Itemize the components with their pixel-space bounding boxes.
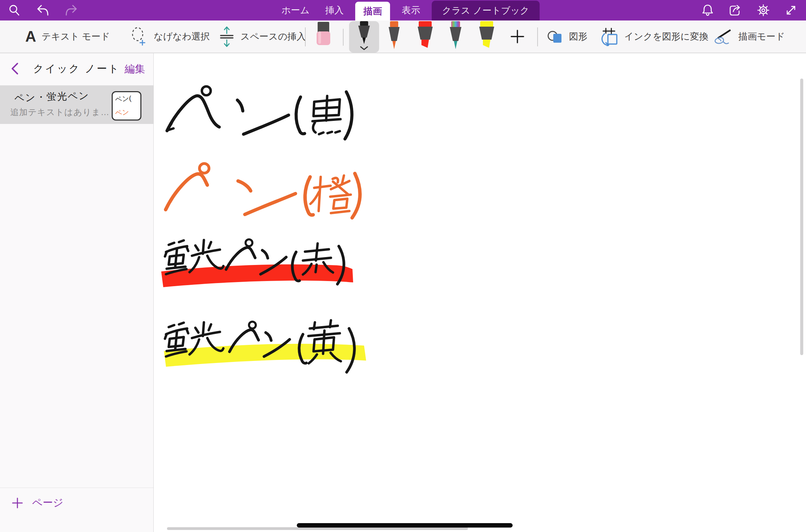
toolbar-divider — [305, 27, 306, 46]
ink-line-highlighter-red — [159, 236, 371, 294]
add-page-label: ページ — [32, 496, 63, 510]
shapes-label: 図形 — [569, 30, 587, 43]
rainbow-pen-icon — [447, 21, 464, 51]
tab-insert[interactable]: 挿入 — [321, 0, 348, 20]
red-highlight-band — [161, 264, 353, 287]
page-thumbnail: ペン( ペン — [112, 91, 141, 121]
page-title: ペン・蛍光ペン — [14, 89, 89, 105]
shapes-icon — [547, 28, 564, 45]
ink-strokes — [166, 164, 360, 218]
red-highlighter-tool[interactable] — [416, 21, 434, 53]
undo-button[interactable] — [36, 4, 49, 16]
lasso-select-icon — [131, 27, 148, 46]
insert-space-button[interactable]: スペースの挿入 — [219, 20, 306, 53]
rainbow-pen-tool[interactable] — [447, 21, 464, 53]
note-canvas[interactable] — [154, 53, 806, 532]
settings-button[interactable] — [757, 4, 770, 17]
lasso-select-button[interactable]: なげなわ選択 — [131, 20, 210, 53]
lasso-select-label: なげなわ選択 — [154, 30, 210, 43]
bell-icon — [701, 4, 714, 17]
black-pen-icon — [355, 21, 373, 45]
text-mode-label: テキスト モード — [42, 30, 110, 43]
ink-to-shape-button[interactable]: インクを図形に変換 — [600, 20, 708, 53]
share-button[interactable] — [729, 4, 742, 16]
horizontal-scrollbar[interactable] — [167, 527, 468, 530]
gear-icon — [757, 4, 770, 17]
fullscreen-button[interactable] — [785, 4, 797, 16]
search-icon — [8, 4, 20, 16]
draw-mode-icon — [712, 28, 733, 45]
tab-draw[interactable]: 描画 — [355, 2, 390, 20]
toolbar-divider — [343, 29, 344, 46]
notifications-button[interactable] — [701, 4, 714, 17]
plus-icon — [12, 497, 23, 509]
draw-mode-button[interactable]: 描画モード — [712, 20, 785, 53]
share-icon — [729, 4, 742, 16]
ink-line-highlighter-yellow — [159, 316, 378, 378]
expand-icon — [785, 4, 797, 16]
vertical-scrollbar[interactable] — [800, 79, 803, 355]
toolbar-divider — [537, 27, 538, 46]
edit-button[interactable]: 編集 — [125, 62, 145, 76]
text-mode-button[interactable]: A テキスト モード — [25, 20, 110, 53]
top-app-bar: ホーム 挿入 描画 表示 クラス ノートブック — [0, 0, 806, 20]
orange-pen-icon — [386, 21, 402, 51]
add-page-button[interactable]: ページ — [12, 496, 63, 510]
black-pen-tool-selected[interactable] — [349, 21, 379, 53]
insert-space-label: スペースの挿入 — [240, 30, 306, 43]
eraser-tool[interactable] — [315, 21, 332, 48]
shapes-button[interactable]: 図形 — [547, 20, 587, 53]
search-button[interactable] — [8, 4, 20, 16]
topbar-left-icons — [8, 0, 78, 20]
chevron-down-icon — [360, 46, 369, 51]
home-indicator[interactable] — [297, 523, 513, 528]
onenote-app-window: ホーム 挿入 描画 表示 クラス ノートブック — [0, 0, 806, 532]
ink-strokes — [167, 86, 352, 139]
ink-line-pen-orange — [161, 159, 366, 226]
orange-pen-tool[interactable] — [386, 21, 402, 53]
tab-home[interactable]: ホーム — [277, 0, 314, 20]
ink-line-pen-black — [161, 82, 359, 147]
insert-space-icon — [219, 26, 235, 47]
eraser-icon — [315, 21, 332, 46]
sidebar-header: クイック ノート 編集 — [0, 53, 153, 84]
draw-mode-label: 描画モード — [738, 30, 785, 43]
add-pen-button[interactable] — [510, 29, 525, 46]
red-highlighter-icon — [416, 21, 434, 51]
redo-button[interactable] — [65, 4, 78, 16]
undo-icon — [36, 4, 49, 16]
thumbnail-ink-black: ペン( — [115, 94, 131, 104]
tab-view[interactable]: 表示 — [398, 0, 424, 20]
ribbon-tab-bar: ホーム 挿入 描画 表示 クラス ノートブック — [277, 0, 540, 20]
ink-to-shape-icon — [600, 27, 619, 46]
page-list-sidebar: クイック ノート 編集 ペン・蛍光ペン 追加テキストはありま… ペン( ペン ペ… — [0, 53, 154, 532]
topbar-right-icons — [701, 0, 797, 20]
draw-toolbar: A テキスト モード なげなわ選択 スペースの挿入 — [0, 20, 806, 53]
page-subtitle: 追加テキストはありま… — [10, 107, 110, 118]
ink-to-shape-label: インクを図形に変換 — [624, 30, 708, 43]
yellow-highlighter-tool[interactable] — [477, 21, 496, 53]
plus-icon — [510, 29, 525, 44]
text-mode-icon: A — [25, 29, 36, 44]
sidebar-footer-divider — [0, 488, 153, 488]
tab-class-notebook[interactable]: クラス ノートブック — [432, 1, 540, 20]
thumbnail-ink-orange: ペン — [115, 108, 129, 118]
yellow-highlighter-icon — [477, 21, 496, 51]
redo-icon — [65, 4, 78, 16]
page-list-item-selected[interactable]: ペン・蛍光ペン 追加テキストはありま… ペン( ペン — [0, 85, 153, 124]
